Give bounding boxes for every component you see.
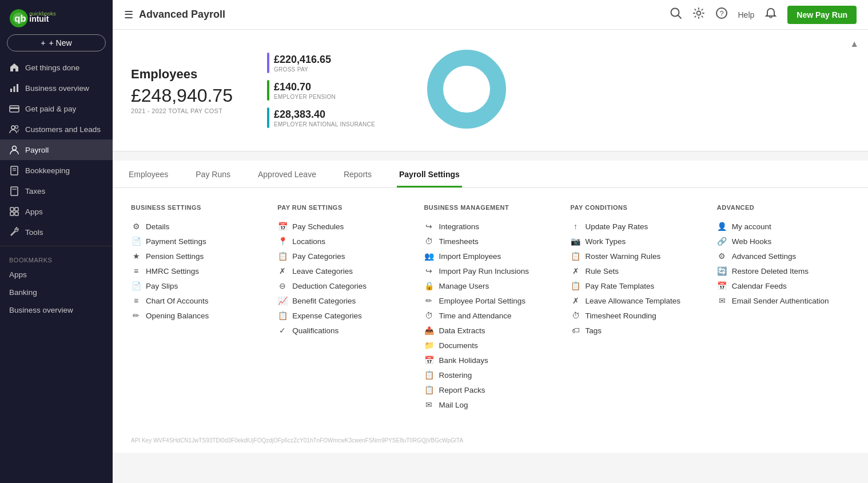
sidebar-bookmark-business-overview[interactable]: Business overview [0, 301, 113, 319]
credit-card-icon [9, 103, 19, 114]
settings-link-pension-settings[interactable]: ★ Pension Settings [131, 249, 264, 264]
settings-link-label: Benefit Categories [292, 297, 356, 305]
settings-link-label: Pay Categories [292, 252, 345, 261]
api-key-footer: API Key WVF4SHdCN1JwTS93TDI0d3F0ekdlUjFO… [113, 428, 868, 453]
settings-link-qualifications[interactable]: ✓ Qualifications [277, 323, 410, 338]
settings-link-update-pay-rates[interactable]: ↑ Update Pay Rates [571, 219, 703, 234]
settings-link-time-attendance[interactable]: ⏱ Time and Attendance [424, 308, 556, 323]
svg-text:?: ? [719, 9, 723, 18]
new-pay-run-button[interactable]: New Pay Run [787, 6, 857, 24]
sidebar-bookmark-banking[interactable]: Banking [0, 284, 113, 301]
settings-col-mgmt: BUSINESS MANAGEMENT ↪ Integrations ⏱ Tim… [424, 204, 556, 412]
sidebar-item-payroll[interactable]: Payroll [0, 139, 113, 160]
chart-icon [9, 83, 19, 93]
tab-employees[interactable]: Employees [126, 161, 170, 187]
svg-rect-19 [15, 207, 18, 211]
portal-icon: ✏ [424, 296, 434, 305]
settings-link-email-sender[interactable]: ✉ Email Sender Authentication [717, 293, 850, 308]
donut-chart [421, 43, 512, 137]
slip-icon: 📄 [131, 281, 141, 290]
settings-link-manage-users[interactable]: 🔒 Manage Users [424, 278, 556, 293]
tab-reports[interactable]: Reports [341, 161, 374, 187]
tab-pay-runs[interactable]: Pay Runs [193, 161, 233, 187]
search-icon[interactable] [670, 7, 682, 23]
settings-link-details[interactable]: ⚙ Details [131, 219, 264, 234]
settings-link-webhooks[interactable]: 🔗 Web Hooks [717, 234, 850, 249]
sidebar-item-get-paid-and-pay[interactable]: Get paid & pay [0, 98, 113, 119]
sidebar-item-label: Customers and Leads [25, 125, 101, 134]
svg-rect-9 [10, 107, 19, 109]
settings-link-documents[interactable]: 📁 Documents [424, 338, 556, 353]
settings-link-expense-categories[interactable]: 📋 Expense Categories [277, 308, 410, 323]
settings-link-my-account[interactable]: 👤 My account [717, 219, 850, 234]
settings-link-label: HMRC Settings [146, 267, 199, 276]
settings-link-integrations[interactable]: ↪ Integrations [424, 219, 556, 234]
stat-label: GROSS PAY [274, 66, 331, 73]
import-pay-icon: ↪ [424, 266, 434, 276]
settings-link-payment-settings[interactable]: 📄 Payment Settings [131, 234, 264, 249]
settings-link-timesheet-rounding[interactable]: ⏱ Timesheet Rounding [571, 308, 703, 323]
sidebar-item-bookkeeping[interactable]: Bookkeeping [0, 160, 113, 181]
tag-icon: 🏷 [571, 326, 581, 335]
sidebar-item-customers-leads[interactable]: Customers and Leads [0, 119, 113, 139]
settings-link-opening-balances[interactable]: ✏ Opening Balances [131, 308, 264, 323]
hamburger-icon[interactable]: ☰ [124, 9, 133, 21]
settings-link-advanced-settings[interactable]: ⚙ Advanced Settings [717, 249, 850, 264]
settings-link-label: Roster Warning Rules [586, 252, 661, 261]
settings-link-pay-categories[interactable]: 📋 Pay Categories [277, 249, 410, 264]
settings-link-rule-sets[interactable]: ✗ Rule Sets [571, 264, 703, 278]
settings-link-work-types[interactable]: 📷 Work Types [571, 234, 703, 249]
settings-link-import-employees[interactable]: 👥 Import Employees [424, 249, 556, 264]
sidebar-bookmark-apps[interactable]: Apps [0, 266, 113, 284]
settings-link-roster-warning[interactable]: 📋 Roster Warning Rules [571, 249, 703, 264]
settings-link-hmrc[interactable]: ≡ HMRC Settings [131, 264, 264, 278]
settings-link-pay-slips[interactable]: 📄 Pay Slips [131, 278, 264, 293]
settings-link-data-extracts[interactable]: 📤 Data Extracts [424, 323, 556, 338]
tabs-area: Employees Pay Runs Approved Leave Report… [113, 161, 868, 188]
collapse-arrow[interactable]: ▲ [850, 39, 859, 49]
settings-link-leave-categories[interactable]: ✗ Leave Categories [277, 264, 410, 278]
stat-amount: £220,416.65 [274, 54, 331, 66]
settings-link-label: Mail Log [439, 401, 468, 409]
settings-link-chart-of-accounts[interactable]: ≡ Chart Of Accounts [131, 293, 264, 308]
settings-link-mail-log[interactable]: ✉ Mail Log [424, 397, 556, 412]
svg-text:quickbooks: quickbooks [29, 11, 56, 17]
settings-link-label: Qualifications [292, 326, 339, 335]
settings-link-locations[interactable]: 📍 Locations [277, 234, 410, 249]
settings-link-timesheets[interactable]: ⏱ Timesheets [424, 234, 556, 249]
help-label[interactable]: Help [738, 10, 755, 19]
settings-link-report-packs[interactable]: 📋 Report Packs [424, 382, 556, 397]
settings-link-employee-portal[interactable]: ✏ Employee Portal Settings [424, 293, 556, 308]
up-arrow-icon: ↑ [571, 222, 581, 231]
settings-link-bank-holidays[interactable]: 📅 Bank Holidays [424, 353, 556, 368]
new-button[interactable]: + + New [7, 34, 106, 51]
pin-icon: 📍 [277, 237, 288, 246]
settings-link-deduction-categories[interactable]: ⊖ Deduction Categories [277, 278, 410, 293]
settings-link-rostering[interactable]: 📋 Rostering [424, 368, 556, 382]
tab-payroll-settings[interactable]: Payroll Settings [397, 161, 462, 187]
sidebar-item-apps[interactable]: Apps [0, 201, 113, 222]
settings-link-pay-schedules[interactable]: 📅 Pay Schedules [277, 219, 410, 234]
col-title-payrun: PAY RUN SETTINGS [277, 204, 410, 211]
sidebar-item-taxes[interactable]: Taxes [0, 181, 113, 201]
settings-link-restore-deleted[interactable]: 🔄 Restore Deleted Items [717, 264, 850, 278]
bell-icon[interactable] [765, 7, 777, 23]
employees-hero: Employees £248,940.75 2021 - 2022 TOTAL … [113, 30, 868, 151]
sidebar-item-get-things-done[interactable]: Get things done [0, 57, 113, 78]
settings-icon[interactable] [692, 7, 705, 23]
tab-approved-leave[interactable]: Approved Leave [256, 161, 318, 187]
help-circle-icon[interactable]: ? [715, 7, 728, 23]
settings-link-label: Import Employees [439, 252, 501, 261]
settings-link-label: Email Sender Authentication [732, 297, 829, 305]
settings-link-import-payruns[interactable]: ↪ Import Pay Run Inclusions [424, 264, 556, 278]
settings-link-pay-rate-templates[interactable]: 📋 Pay Rate Templates [571, 278, 703, 293]
settings-link-calendar-feeds[interactable]: 📅 Calendar Feeds [717, 278, 850, 293]
settings-link-leave-allowance[interactable]: ✗ Leave Allowance Templates [571, 293, 703, 308]
settings-link-label: Restore Deleted Items [732, 267, 809, 276]
settings-link-tags[interactable]: 🏷 Tags [571, 323, 703, 338]
settings-link-benefit-categories[interactable]: 📈 Benefit Categories [277, 293, 410, 308]
sidebar-item-business-overview[interactable]: Business overview [0, 78, 113, 98]
sidebar-item-tools[interactable]: Tools [0, 222, 113, 242]
api-key-text: API Key WVF4SHdCN1JwTS93TDI0d3F0ekdlUjFO… [131, 437, 463, 444]
svg-rect-21 [15, 212, 18, 215]
